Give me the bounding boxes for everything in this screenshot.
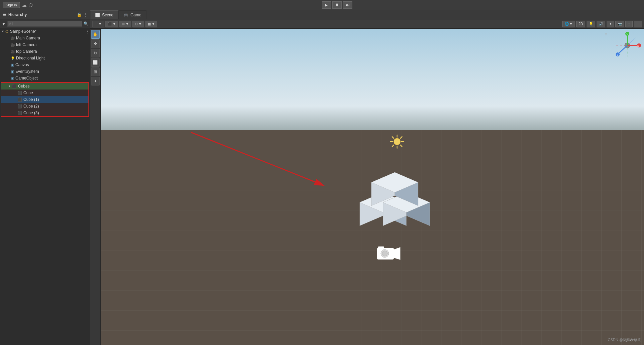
cloud-icon: ☁: [22, 2, 27, 8]
left-tool-panel: ✋ ✥ ↻ ⬜ ⊞ ✦: [90, 29, 101, 345]
pause-button[interactable]: ⏸: [332, 1, 342, 9]
audio-btn[interactable]: 🌐 ▼: [562, 21, 575, 27]
cube2-icon: ⬛: [17, 98, 22, 102]
hierarchy-item-cube3[interactable]: ⬛ Cube (2): [1, 103, 88, 110]
tabs-row: ⬜ Scene 🎮 Game: [90, 10, 644, 19]
gameobject-icon: ▣: [11, 76, 14, 80]
scene-tab-icon: ⬜: [95, 13, 100, 17]
expand-cubes-arrow: ▼: [8, 84, 12, 88]
hierarchy-item-leftcamera[interactable]: 🎥 left Camera: [0, 41, 90, 48]
grid-btn[interactable]: ▦ ▼: [145, 21, 157, 27]
light-toggle-btn[interactable]: 💡: [587, 21, 595, 27]
render-mode-btn[interactable]: ⬛ ▼: [105, 21, 118, 27]
eventsystem-label: EventSystem: [15, 69, 39, 74]
top-bar-left: Sign in ☁ ⬡: [3, 2, 33, 8]
svg-text:X: X: [637, 44, 639, 47]
camera-scene-icon: [375, 244, 402, 266]
hierarchy-item-samplescene[interactable]: ▼ ⬡ SampleScene* ⋮: [0, 28, 90, 35]
hierarchy-item-cube1[interactable]: ⬛ Cube: [1, 90, 88, 96]
svg-marker-24: [394, 247, 400, 260]
rect-tool-btn[interactable]: ⊞: [91, 67, 100, 76]
cube4-icon: ⬛: [17, 111, 22, 115]
cube1-label: Cube: [23, 91, 33, 95]
cubes-selection-group: ▼ ⬛ Cubes ⬛ Cube ⬛ Cube (1): [1, 82, 89, 117]
hierarchy-item-maincamera[interactable]: 🎥 Main Camera: [0, 35, 90, 41]
svg-line-9: [400, 145, 402, 147]
eventsystem-icon: ▣: [11, 69, 14, 74]
leftcamera-label: left Camera: [16, 42, 37, 47]
viewport-menu-icon[interactable]: ≡: [605, 31, 607, 37]
watermark: CSDN @阿松爱睡觉: [608, 337, 641, 342]
expand-arrow: ▼: [1, 30, 5, 33]
vp-toolbar-right: 🌐 ▼ 2D 💡 🔊 ✦ 📷 ⊡ ⋮: [562, 21, 642, 27]
fx-btn[interactable]: ✦: [607, 21, 614, 27]
camera-icon-2: 🎥: [11, 43, 15, 47]
audio-toggle-btn[interactable]: 🔊: [597, 21, 605, 27]
cubes-label: Cubes: [18, 84, 30, 89]
scene-game-area: ⬜ Scene 🎮 Game ☰ ▼ ⬛ ▼ ⊞ ▼ ⊡ ▼ ▦ ▼ 🌐 ▼ 2…: [90, 10, 644, 345]
hierarchy-item-cube4[interactable]: ⬛ Cube (3): [1, 110, 88, 116]
hierarchy-icon: ☰: [3, 12, 6, 17]
hand-tool-btn[interactable]: ✋: [91, 30, 100, 39]
scale-tool-btn[interactable]: ⬜: [91, 58, 100, 67]
cubes-icon: ⬛: [12, 84, 17, 89]
unity-logo-icon: ⬡: [29, 2, 33, 8]
hierarchy-header: ☰ Hierarchy 🔒 ⋮: [0, 10, 90, 19]
more-icon[interactable]: ⋮: [83, 12, 87, 17]
add-icon[interactable]: ▼: [1, 21, 6, 26]
gizmo-btn[interactable]: ⊞ ▼: [119, 21, 131, 27]
game-tab-icon: 🎮: [123, 13, 128, 17]
maincamera-label: Main Camera: [16, 36, 40, 40]
hierarchy-panel: ☰ Hierarchy 🔒 ⋮ ▼ 🔍 ▼ ⬡ SampleScene* ⋮: [0, 10, 90, 345]
directionallight-label: Directional Light: [16, 56, 45, 60]
viewport-toolbar: ☰ ▼ ⬛ ▼ ⊞ ▼ ⊡ ▼ ▦ ▼ 🌐 ▼ 2D 💡 🔊 ✦ 📷 ⊡ ⋮: [90, 19, 644, 29]
move-tool-btn[interactable]: ✥: [91, 39, 100, 48]
2d-btn[interactable]: 2D: [576, 21, 585, 27]
scene-icon: ⬡: [5, 29, 9, 34]
game-tab-label: Game: [130, 13, 141, 17]
svg-line-38: [627, 38, 636, 45]
tab-scene[interactable]: ⬜ Scene: [90, 10, 118, 19]
signin-button[interactable]: Sign in: [3, 2, 20, 8]
gizmo-container: X Y Z: [612, 30, 642, 61]
frame-btn[interactable]: ⊡: [625, 21, 633, 27]
hierarchy-search-input[interactable]: [7, 21, 82, 27]
svg-point-23: [382, 251, 387, 256]
canvas-icon: ▣: [11, 63, 14, 67]
scene-tab-label: Scene: [102, 13, 113, 17]
play-button[interactable]: ▶: [322, 1, 331, 9]
camera-icon: 🎥: [11, 36, 15, 40]
svg-rect-25: [378, 246, 384, 249]
cube2-label: Cube (1): [23, 97, 39, 102]
step-button[interactable]: ⏭: [343, 1, 352, 9]
scene-content: ✋ ✥ ↻ ⬜ ⊞ ✦: [90, 29, 644, 345]
vp-toolbar-left: ☰ ▼ ⬛ ▼ ⊞ ▼ ⊡ ▼ ▦ ▼: [92, 21, 157, 27]
cube4-label: Cube (3): [23, 111, 39, 115]
topcamera-label: top Camera: [16, 49, 37, 54]
hierarchy-item-canvas[interactable]: ▣ Canvas: [0, 61, 90, 68]
hierarchy-item-cube2[interactable]: ⬛ Cube (1): [1, 96, 88, 103]
hierarchy-item-topcamera[interactable]: 🎥 top Camera: [0, 48, 90, 55]
snap-btn[interactable]: ⊡ ▼: [132, 21, 144, 27]
hierarchy-item-cubes[interactable]: ▼ ⬛ Cubes: [1, 83, 88, 90]
hierarchy-list: ▼ ⬡ SampleScene* ⋮ 🎥 Main Camera 🎥 left …: [0, 28, 90, 345]
top-bar: Sign in ☁ ⬡ ▶ ⏸ ⏭: [0, 0, 644, 10]
rotate-tool-btn[interactable]: ↻: [91, 49, 100, 57]
hierarchy-item-gameobject[interactable]: ▣ GameObject: [0, 75, 90, 81]
cube3-icon: ⬛: [17, 104, 22, 109]
draw-mode-btn[interactable]: ☰ ▼: [92, 21, 104, 27]
cube1-icon: ⬛: [17, 91, 22, 95]
canvas-label: Canvas: [15, 62, 29, 67]
hierarchy-header-icons: 🔒 ⋮: [77, 12, 87, 17]
tab-game[interactable]: 🎮 Game: [118, 10, 146, 19]
more-btn[interactable]: ⋮: [634, 21, 642, 27]
more-options-icon[interactable]: ⋮: [86, 29, 90, 34]
hierarchy-toolbar: ▼ 🔍: [0, 19, 90, 28]
search-icon[interactable]: 🔍: [83, 21, 88, 26]
hierarchy-item-eventsystem[interactable]: ▣ EventSystem: [0, 68, 90, 75]
custom-tool-btn[interactable]: ✦: [91, 77, 100, 85]
camera-toggle-btn[interactable]: 📷: [615, 21, 624, 27]
hierarchy-item-directionallight[interactable]: 💡 Directional Light: [0, 55, 90, 61]
scene-viewport[interactable]: X Y Z ◁: [101, 29, 644, 345]
lock-icon[interactable]: 🔒: [77, 12, 82, 17]
